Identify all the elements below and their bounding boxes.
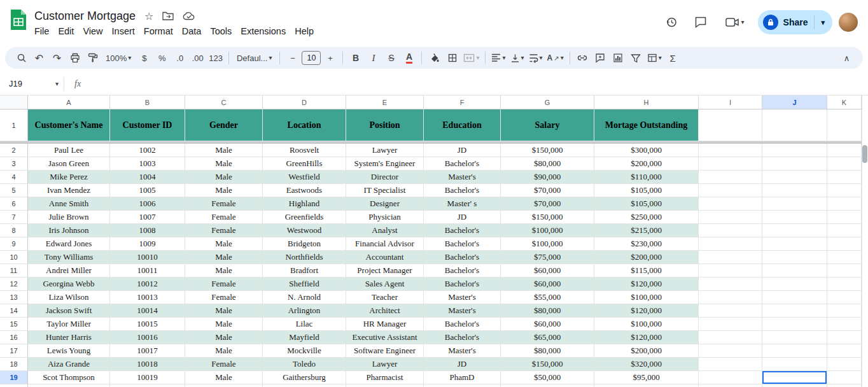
cell[interactable]	[699, 171, 762, 184]
cell[interactable]: $70,000	[501, 184, 594, 197]
cell[interactable]: $60,000	[501, 318, 594, 331]
cell[interactable]: $70,000	[501, 197, 594, 211]
cell[interactable]: Female	[185, 211, 263, 224]
cell[interactable]: $50,000	[501, 371, 594, 384]
redo-icon[interactable]: ↷	[48, 50, 66, 66]
cell[interactable]	[762, 318, 827, 331]
cell[interactable]: $200,000	[594, 157, 699, 171]
cell[interactable]	[827, 184, 862, 197]
cell[interactable]: Director	[346, 171, 424, 184]
cell[interactable]: Teacher	[346, 291, 424, 304]
cell[interactable]: $215,000	[594, 224, 699, 237]
column-header-K[interactable]: K	[827, 95, 862, 109]
cell[interactable]: Bachelor's	[424, 157, 501, 171]
cell[interactable]: 1009	[110, 237, 185, 251]
cell[interactable]	[762, 331, 827, 344]
cell[interactable]: $150,000	[501, 358, 594, 371]
cell[interactable]: JD	[424, 144, 501, 157]
share-button[interactable]: Share ▾	[758, 10, 832, 34]
format-percent-button[interactable]: %	[153, 50, 171, 66]
cell[interactable]: Paul Lee	[28, 144, 110, 157]
row-header-7[interactable]: 7	[0, 211, 28, 224]
text-color-button[interactable]: A	[400, 50, 417, 66]
cell[interactable]: Sheffield	[263, 278, 346, 291]
cell[interactable]	[827, 384, 862, 387]
column-header-G[interactable]: G	[501, 95, 594, 109]
cell[interactable]	[762, 197, 827, 211]
menu-format[interactable]: Format	[139, 25, 178, 38]
cell[interactable]: Westfield	[263, 171, 346, 184]
cell[interactable]	[827, 237, 862, 251]
cell[interactable]	[827, 264, 862, 278]
cell[interactable]: Executive Assistant	[346, 331, 424, 344]
cell[interactable]: $150,000	[501, 211, 594, 224]
cell[interactable]	[827, 157, 862, 171]
cell[interactable]: $80,000	[501, 304, 594, 318]
cell[interactable]: Greenfields	[263, 211, 346, 224]
cell[interactable]	[762, 144, 827, 157]
cell[interactable]	[762, 384, 827, 387]
insert-link-icon[interactable]	[574, 50, 591, 66]
cell[interactable]	[699, 197, 762, 211]
cell[interactable]: 1004	[110, 171, 185, 184]
cell[interactable]: Female	[185, 278, 263, 291]
cell[interactable]: Master's	[424, 344, 501, 358]
cell[interactable]: Jason Green	[28, 157, 110, 171]
cell[interactable]	[762, 211, 827, 224]
cell[interactable]: Female	[185, 224, 263, 237]
version-history-icon[interactable]	[660, 11, 683, 34]
cell[interactable]	[699, 291, 762, 304]
cell[interactable]	[762, 278, 827, 291]
cell[interactable]: Male	[185, 304, 263, 318]
cloud-status-icon[interactable]	[183, 11, 195, 20]
cell[interactable]	[827, 144, 862, 157]
cell[interactable]	[762, 358, 827, 371]
row-header-3[interactable]: 3	[0, 157, 28, 171]
star-icon[interactable]: ☆	[144, 10, 153, 22]
header-cell[interactable]: Salary	[501, 109, 594, 141]
cell[interactable]	[28, 384, 110, 387]
cell[interactable]	[827, 291, 862, 304]
cell[interactable]: 1007	[110, 211, 185, 224]
menu-extensions[interactable]: Extensions	[236, 25, 290, 38]
cell[interactable]	[762, 291, 827, 304]
row-header-12[interactable]: 12	[0, 278, 28, 291]
cell[interactable]	[110, 384, 185, 387]
row-header-11[interactable]: 11	[0, 264, 28, 278]
decrease-font-size-button[interactable]: −	[284, 50, 301, 66]
text-rotation-icon[interactable]: A↗ ▾	[545, 50, 566, 66]
row-header-13[interactable]: 13	[0, 291, 28, 304]
row-header-15[interactable]: 15	[0, 318, 28, 331]
paint-format-icon[interactable]	[84, 50, 101, 66]
cell[interactable]	[827, 224, 862, 237]
row-header-1[interactable]: 1	[0, 109, 28, 141]
cell[interactable]: Tony Williams	[28, 251, 110, 264]
column-header-B[interactable]: B	[110, 95, 185, 109]
cell[interactable]	[699, 358, 762, 371]
cell[interactable]: $90,000	[501, 171, 594, 184]
cell[interactable]: Westwood	[263, 224, 346, 237]
cell[interactable]: GreenHills	[263, 157, 346, 171]
move-folder-icon[interactable]	[162, 11, 174, 20]
cell[interactable]: Bachelor's	[424, 278, 501, 291]
cell[interactable]: $105,000	[594, 197, 699, 211]
cell[interactable]: $100,000	[501, 237, 594, 251]
cell[interactable]	[827, 171, 862, 184]
cell[interactable]: Male	[185, 331, 263, 344]
cell[interactable]: $250,000	[594, 211, 699, 224]
bold-button[interactable]: B	[347, 50, 364, 66]
italic-button[interactable]: I	[365, 50, 382, 66]
cell[interactable]: Julie Brown	[28, 211, 110, 224]
cell[interactable]: Female	[185, 358, 263, 371]
print-icon[interactable]	[66, 50, 83, 66]
merge-cells-icon[interactable]: ▾	[461, 50, 481, 66]
borders-icon[interactable]	[444, 50, 461, 66]
cell[interactable]	[827, 109, 862, 141]
cell[interactable]: $100,000	[594, 291, 699, 304]
cell[interactable]	[501, 384, 594, 387]
format-currency-button[interactable]: $	[136, 50, 153, 66]
cell[interactable]	[827, 344, 862, 358]
cell[interactable]: Mockville	[263, 344, 346, 358]
column-header-J[interactable]: J	[762, 95, 827, 109]
menu-view[interactable]: View	[78, 25, 107, 38]
